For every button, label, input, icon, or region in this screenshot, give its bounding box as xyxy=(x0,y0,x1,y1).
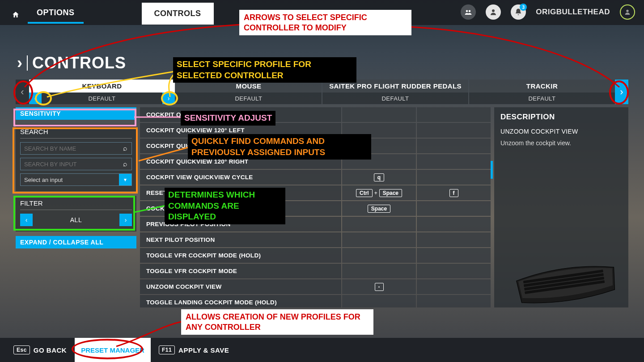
search-panel-title: SEARCH xyxy=(20,128,132,135)
scrollbar-indicator[interactable] xyxy=(491,161,493,179)
binding-secondary[interactable] xyxy=(417,295,491,307)
select-input-dropdown[interactable]: Select an input ▾ xyxy=(20,173,132,186)
home-icon[interactable] xyxy=(9,6,22,23)
search-by-input[interactable]: ⌕ xyxy=(20,158,132,170)
footer-bar: Esc GO BACK PRESET MANAGER F11 APPLY & S… xyxy=(0,338,644,362)
annotation-search-text: QUICKLY FIND COMMANDS AND PREVIOUSLY ASS… xyxy=(188,134,371,160)
search-by-name[interactable]: ⌕ xyxy=(20,142,132,155)
search-panel: SEARCH ⌕ ⌕ Select an input ▾ xyxy=(16,124,136,191)
svg-point-0 xyxy=(466,10,468,13)
preset-manager-label: PRESET MANAGER xyxy=(81,346,144,354)
binding-secondary[interactable] xyxy=(417,123,491,138)
keyboard-image xyxy=(508,234,624,305)
binding-primary[interactable] xyxy=(342,107,416,122)
profile-prev-arrow[interactable]: ‹ xyxy=(29,93,42,104)
go-back-button[interactable]: Esc GO BACK xyxy=(13,345,67,354)
filter-prev-arrow[interactable]: ‹ xyxy=(20,214,33,226)
tab-controls[interactable]: CONTROLS xyxy=(142,3,214,25)
command-label: TOGGLE VFR COCKPIT MODE (HOLD) xyxy=(140,248,341,263)
profile-icon[interactable] xyxy=(486,4,501,20)
filter-panel: FILTER ‹ ALL › xyxy=(16,196,136,232)
command-row[interactable]: NEXT PILOT POSITION xyxy=(140,232,491,247)
chevron-down-icon[interactable]: ▾ xyxy=(119,174,131,185)
command-label: UNZOOM COCKPIT VIEW xyxy=(140,279,341,294)
controller-profile-label: DEFAULT xyxy=(469,95,615,102)
binding-secondary[interactable] xyxy=(417,279,491,294)
left-sidebar: SENSITIVITY SEARCH ⌕ ⌕ Select an input ▾… xyxy=(16,107,136,307)
command-row[interactable]: TOGGLE VFR COCKPIT MODE (HOLD) xyxy=(140,248,491,263)
apply-save-button[interactable]: F11 APPLY & SAVE xyxy=(159,345,229,354)
controller-tab[interactable]: SAITEK PRO FLIGHT RUDDER PEDALSDEFAULT xyxy=(322,80,468,104)
command-row[interactable]: TOGGLE VFR COCKPIT MODE xyxy=(140,264,491,278)
apply-save-label: APPLY & SAVE xyxy=(178,346,229,354)
binding-primary[interactable] xyxy=(342,295,416,307)
binding-primary[interactable]: - xyxy=(342,279,416,294)
binding-secondary[interactable] xyxy=(417,201,491,216)
description-panel: DESCRIPTION UNZOOM COCKPIT VIEW Unzoom t… xyxy=(494,107,628,307)
expand-collapse-button[interactable]: EXPAND / COLLAPSE ALL xyxy=(16,236,136,248)
command-row[interactable]: TOGGLE LANDING COCKPIT MODE (HOLD) xyxy=(140,295,491,307)
binding-secondary[interactable] xyxy=(417,217,491,232)
search-input-input[interactable] xyxy=(21,158,119,170)
sensitivity-button[interactable]: SENSITIVITY xyxy=(16,107,136,120)
binding-secondary[interactable]: f xyxy=(417,185,491,200)
controller-tab[interactable]: KEYBOARD‹DEFAULT› xyxy=(29,80,175,104)
controller-profile-label: DEFAULT xyxy=(176,95,322,102)
username-label: ORIGBULLETHEAD xyxy=(536,8,610,17)
community-icon[interactable] xyxy=(461,4,476,20)
notification-badge: 3 xyxy=(520,4,527,11)
binding-secondary[interactable] xyxy=(417,170,491,185)
controller-profile-label: DEFAULT xyxy=(322,95,468,102)
binding-secondary[interactable] xyxy=(417,107,491,122)
page-title-row: › CONTROLS xyxy=(17,54,126,72)
binding-primary[interactable]: Space xyxy=(342,201,416,216)
command-label: TOGGLE VFR COCKPIT MODE xyxy=(140,264,341,278)
notifications-icon[interactable]: 3 xyxy=(511,4,526,20)
annotation-sensitivity-text: SENSITIVITY ADJUST xyxy=(181,111,275,126)
controller-prev-arrow[interactable]: ‹ xyxy=(16,80,29,104)
search-name-input[interactable] xyxy=(21,143,119,154)
binding-primary[interactable] xyxy=(342,217,416,232)
description-heading: DESCRIPTION xyxy=(500,113,622,122)
command-row[interactable]: UNZOOM COCKPIT VIEW- xyxy=(140,279,491,294)
filter-panel-title: FILTER xyxy=(20,199,132,207)
binding-secondary[interactable] xyxy=(417,248,491,263)
annotation-arrows-text: ARROWS TO SELECT SPECIFIC CONTROLLER TO … xyxy=(239,10,411,35)
tab-options[interactable]: OPTIONS xyxy=(28,0,84,22)
search-icon[interactable]: ⌕ xyxy=(119,143,131,154)
binding-secondary[interactable] xyxy=(417,232,491,247)
command-label: TOGGLE LANDING COCKPIT MODE (HOLD) xyxy=(140,295,341,307)
binding-secondary[interactable] xyxy=(417,139,491,153)
controller-tab-name: KEYBOARD xyxy=(29,80,175,93)
binding-primary[interactable] xyxy=(342,248,416,263)
annotation-profile-text: SELECT SPECIFIC PROFILE FOR SELECTED CON… xyxy=(173,57,356,83)
binding-primary[interactable]: Ctrl+Space xyxy=(342,185,416,200)
command-label: NEXT PILOT POSITION xyxy=(140,232,341,247)
controller-tab[interactable]: TRACKIRDEFAULT xyxy=(469,80,615,104)
controller-tabs-row: ‹ KEYBOARD‹DEFAULT›MOUSEDEFAULTSAITEK PR… xyxy=(16,80,628,104)
description-item-title: UNZOOM COCKPIT VIEW xyxy=(500,128,622,135)
avatar[interactable] xyxy=(620,4,635,20)
page-title: CONTROLS xyxy=(32,54,126,72)
command-row[interactable]: COCKPIT VIEW QUICKVIEW CYCLEq xyxy=(140,170,491,185)
profile-next-arrow[interactable]: › xyxy=(162,93,175,104)
binding-primary[interactable]: q xyxy=(342,170,416,185)
f11-keycap: F11 xyxy=(159,345,175,354)
command-label: COCKPIT VIEW QUICKVIEW CYCLE xyxy=(140,170,341,185)
annotation-filter-text: DETERMINES WHICH COMMANDS ARE DISPLAYED xyxy=(165,188,285,224)
preset-manager-button[interactable]: PRESET MANAGER xyxy=(75,338,151,362)
binding-secondary[interactable] xyxy=(417,154,491,169)
binding-primary[interactable] xyxy=(342,264,416,278)
svg-point-1 xyxy=(469,10,471,13)
controller-tab-name: TRACKIR xyxy=(469,80,615,93)
controller-next-arrow[interactable]: › xyxy=(615,80,628,104)
go-back-label: GO BACK xyxy=(34,346,67,354)
controller-profile-label: DEFAULT xyxy=(42,95,162,102)
description-item-body: Unzoom the cockpit view. xyxy=(500,139,622,147)
filter-next-arrow[interactable]: › xyxy=(119,214,132,226)
search-icon[interactable]: ⌕ xyxy=(119,158,131,170)
controller-tab[interactable]: MOUSEDEFAULT xyxy=(176,80,322,104)
binding-primary[interactable] xyxy=(342,232,416,247)
binding-secondary[interactable] xyxy=(417,264,491,278)
chevron-right-icon: › xyxy=(17,54,22,72)
